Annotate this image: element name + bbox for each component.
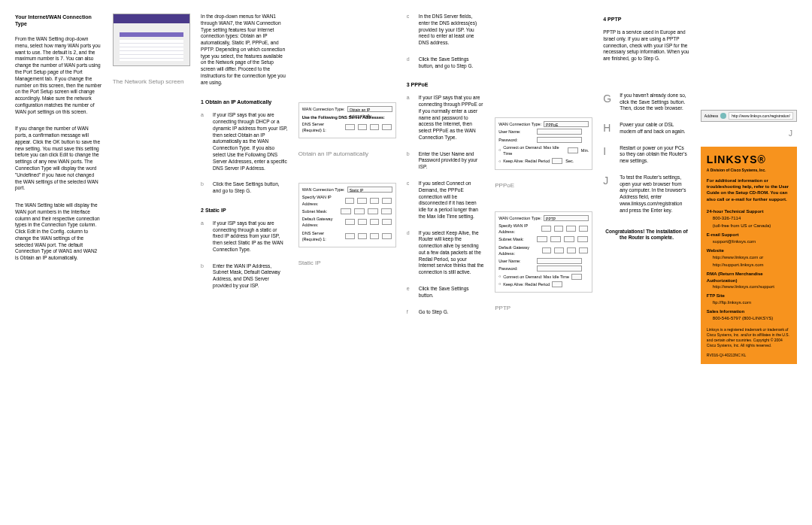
form4-ip-label: Specify WAN IP Address: — [498, 223, 539, 235]
step-h-text: Power your cable or DSL modem off and ba… — [620, 122, 690, 135]
form2-gw-label: Default Gateway Address: — [302, 216, 344, 229]
step-2d-text: Click the Save Settings button, and go t… — [419, 56, 484, 70]
form-obtain-ip: WAN Connection Type:Obtain an IP automat… — [298, 102, 396, 138]
ts-note: (toll-free from US or Canada) — [713, 223, 791, 229]
step-3d: dIf you select Keep Alive, the Router wi… — [407, 230, 484, 276]
letter-c: c — [407, 181, 414, 220]
column-1: Your Internet/WAN Connection Type From t… — [15, 14, 102, 364]
rma-label: RMA (Return Merchandise Authorization) — [707, 271, 791, 284]
logo-tagline: A Division of Cisco Systems, Inc. — [707, 168, 791, 173]
form1-wan-select: Obtain an IP automatically — [347, 106, 392, 112]
j-marker: J — [789, 129, 797, 138]
step-2a-text: If your ISP says that you are connecting… — [213, 220, 288, 253]
step-3b: bEnter the User Name and Password provid… — [407, 151, 484, 171]
letter-h: H — [603, 122, 615, 135]
support-panel: LINKSYS® A Division of Cisco Systems, In… — [701, 147, 797, 364]
wan-p1: From the WAN Setting drop-down menu, sel… — [15, 36, 102, 115]
caption-static-ip: Static IP — [298, 259, 396, 266]
letter-i: I — [603, 145, 615, 165]
sales-val: 800-546-5797 (800-LINKSYS) — [713, 315, 791, 321]
linksys-logo: LINKSYS® — [707, 153, 791, 168]
step-3e-text: Click the Save Settings button. — [419, 286, 484, 299]
form2-sm-label: Subnet Mask: — [302, 208, 338, 214]
wan-p2: If you change the number of WAN ports, a… — [15, 126, 102, 192]
step-3a: aIf your ISP says that you are connectin… — [407, 95, 484, 141]
step-3f: fGo to Step G. — [407, 309, 484, 316]
column-8: Address http://www.linksys.com/registrat… — [701, 14, 797, 364]
form4-sm-label: Subnet Mask: — [498, 236, 535, 242]
form4-wan-label: WAN Connection Type: — [498, 215, 541, 221]
form3-cod-label: Connect on Demand: Max Idle Time — [503, 144, 565, 157]
form4-gw-label: Default Gateway Address: — [498, 244, 540, 257]
wan-heading: Your Internet/WAN Connection Type — [15, 14, 102, 27]
heading-pppoe: 3 PPPoE — [407, 82, 484, 87]
heading-obtain-ip: 1 Obtain an IP Automatically — [201, 99, 288, 105]
heading-static-ip: 2 Static IP — [201, 208, 288, 213]
letter-a: a — [407, 95, 414, 141]
form4-user-label: User Name: — [498, 258, 535, 264]
step-3f-text: Go to Step G. — [419, 309, 484, 316]
step-1b: b Click the Save Settings button, and go… — [201, 181, 288, 195]
form2-ip-label: Specify WAN IP Address: — [302, 194, 343, 207]
letter-g: G — [603, 93, 615, 112]
column-7: 4 PPTP PPTP is a service used in Europe … — [603, 14, 690, 364]
form3-ka-label: Keep Alive: Redial Period — [503, 158, 550, 164]
step-j: JTo test the Router's settings, open you… — [603, 174, 690, 214]
form-pppoe: WAN Connection Type:PPPoE User Name: Pas… — [495, 117, 592, 170]
form2-wan-label: WAN Connection Type: — [302, 187, 345, 193]
caption-network-setup: The Network Setup screen — [113, 78, 190, 85]
step-i-text: Restart or power on your PCs so they can… — [620, 145, 690, 165]
step-2c-text: In the DNS Server fields, enter the DNS … — [419, 14, 484, 47]
step-h: HPower your cable or DSL modem off and b… — [603, 122, 690, 135]
step-2b-text: Enter the WAN IP Address, Subnet Mask, D… — [213, 263, 288, 290]
form2-dns-label: DNS Server (Required) 1: — [302, 230, 343, 243]
step-3e: eClick the Save Settings button. — [407, 286, 484, 299]
form3-wan-select: PPPoE — [544, 121, 589, 127]
form4-wan-select: PPTP — [544, 215, 589, 221]
intro-connection-types: In the drop-down menus for WAN1 through … — [201, 14, 288, 86]
form1-wan-label: WAN Connection Type: — [302, 106, 345, 112]
caption-obtain-ip: Obtain an IP automatically — [298, 150, 396, 157]
rma-val: http://www.linksys.com/support — [713, 284, 791, 290]
network-setup-screenshot — [113, 14, 190, 66]
form3-min-label: Min. — [581, 147, 589, 153]
form-static-ip: WAN Connection Type:Static IP Specify WA… — [298, 183, 396, 247]
web-val2: http://support.linksys.com — [713, 262, 791, 268]
wan-p3: The WAN Setting table will display the W… — [15, 202, 102, 262]
form3-sec-label: Sec. — [565, 158, 574, 164]
email-label: E-mail Support — [707, 232, 791, 238]
letter-j: J — [603, 174, 615, 214]
step-1a-text: If your ISP says that you are connecting… — [213, 112, 288, 171]
step-2c: cIn the DNS Server fields, enter the DNS… — [407, 14, 484, 47]
pptp-intro: PPTP is a service used in Europe and Isr… — [603, 29, 690, 62]
letter-c: c — [407, 14, 414, 47]
column-5: cIn the DNS Server fields, enter the DNS… — [407, 14, 484, 364]
step-3c: cIf you select Connect on Demand, the PP… — [407, 181, 484, 220]
ts-label: 24-hour Technical Support — [707, 208, 791, 214]
letter-a: a — [201, 220, 208, 253]
letter-a: a — [201, 112, 208, 171]
ts-val: 800-326-7114 — [713, 215, 791, 221]
step-g: GIf you haven't already done so, click t… — [603, 93, 690, 112]
form-pptp: WAN Connection Type:PPTP Specify WAN IP … — [495, 211, 592, 293]
step-3d-text: If you select Keep Alive, the Router wil… — [419, 230, 484, 276]
part-number: RV016-QI-40213NC KL — [707, 353, 791, 358]
step-2b: b Enter the WAN IP Address, Subnet Mask,… — [201, 263, 288, 290]
step-2d: dClick the Save Settings button, and go … — [407, 56, 484, 70]
congrats: Congratulations! The installation of the… — [603, 229, 690, 242]
heading-pptp: 4 PPTP — [603, 17, 690, 22]
web-label: Website — [707, 247, 791, 253]
caption-pptp: PPTP — [495, 305, 592, 311]
form3-user-label: User Name: — [498, 129, 535, 135]
column-2: The Network Setup screen — [113, 14, 190, 364]
caption-pppoe: PPPoE — [495, 182, 592, 189]
letter-b: b — [201, 181, 208, 195]
addr-label: Address — [704, 114, 718, 118]
step-3b-text: Enter the User Name and Password provide… — [419, 151, 484, 171]
step-3c-text: If you select Connect on Demand, the PPP… — [419, 181, 484, 220]
letter-f: f — [407, 309, 414, 316]
letter-b: b — [201, 263, 208, 290]
column-6: WAN Connection Type:PPPoE User Name: Pas… — [495, 14, 592, 364]
step-j-text: To test the Router's settings, open your… — [620, 174, 690, 214]
column-4: WAN Connection Type:Obtain an IP automat… — [298, 14, 396, 364]
